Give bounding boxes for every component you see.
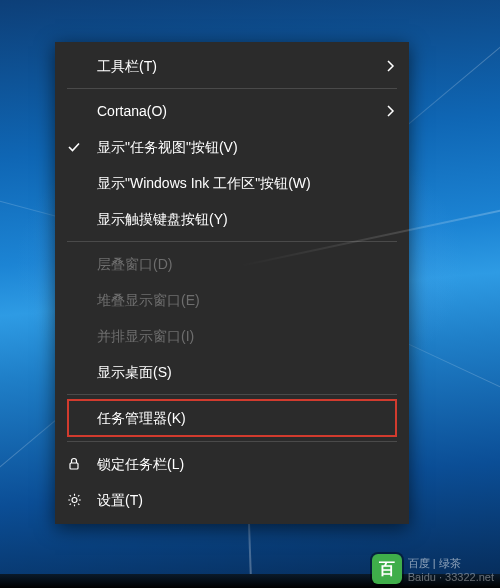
menu-item-toolbars[interactable]: 工具栏(T): [55, 48, 409, 84]
menu-item-stacked: 堆叠显示窗口(E): [55, 282, 409, 318]
separator: [67, 441, 397, 442]
taskbar-context-menu: 工具栏(T) Cortana(O) 显示"任务视图"按钮(V) 显示"Windo…: [55, 42, 409, 524]
lock-icon: [67, 457, 81, 471]
separator: [67, 88, 397, 89]
separator: [67, 241, 397, 242]
menu-label: 堆叠显示窗口(E): [97, 292, 200, 308]
check-icon: [67, 140, 81, 154]
menu-label: 显示桌面(S): [97, 364, 172, 380]
desktop-background: 工具栏(T) Cortana(O) 显示"任务视图"按钮(V) 显示"Windo…: [0, 0, 500, 588]
taskbar[interactable]: [0, 574, 500, 588]
watermark-line1: 百度 | 绿茶: [408, 556, 494, 571]
menu-item-task-manager[interactable]: 任务管理器(K): [67, 399, 397, 437]
menu-label: 设置(T): [97, 492, 143, 508]
menu-item-show-desktop[interactable]: 显示桌面(S): [55, 354, 409, 390]
menu-item-settings[interactable]: 设置(T): [55, 482, 409, 518]
menu-label: 显示触摸键盘按钮(Y): [97, 211, 228, 227]
chevron-right-icon: [387, 105, 395, 117]
menu-label: Cortana(O): [97, 103, 167, 119]
menu-item-show-taskview[interactable]: 显示"任务视图"按钮(V): [55, 129, 409, 165]
menu-item-show-ink[interactable]: 显示"Windows Ink 工作区"按钮(W): [55, 165, 409, 201]
menu-label: 显示"任务视图"按钮(V): [97, 139, 238, 155]
gear-icon: [67, 493, 82, 508]
chevron-right-icon: [387, 60, 395, 72]
menu-label: 工具栏(T): [97, 58, 157, 74]
menu-label: 并排显示窗口(I): [97, 328, 194, 344]
menu-label: 锁定任务栏(L): [97, 456, 184, 472]
menu-label: 显示"Windows Ink 工作区"按钮(W): [97, 175, 311, 191]
menu-label: 层叠窗口(D): [97, 256, 172, 272]
menu-item-show-touchkbd[interactable]: 显示触摸键盘按钮(Y): [55, 201, 409, 237]
menu-item-sidebyside: 并排显示窗口(I): [55, 318, 409, 354]
menu-item-cascade: 层叠窗口(D): [55, 246, 409, 282]
menu-item-cortana[interactable]: Cortana(O): [55, 93, 409, 129]
menu-label: 任务管理器(K): [97, 410, 186, 426]
separator: [67, 394, 397, 395]
menu-item-lock-taskbar[interactable]: 锁定任务栏(L): [55, 446, 409, 482]
svg-rect-0: [70, 463, 78, 469]
